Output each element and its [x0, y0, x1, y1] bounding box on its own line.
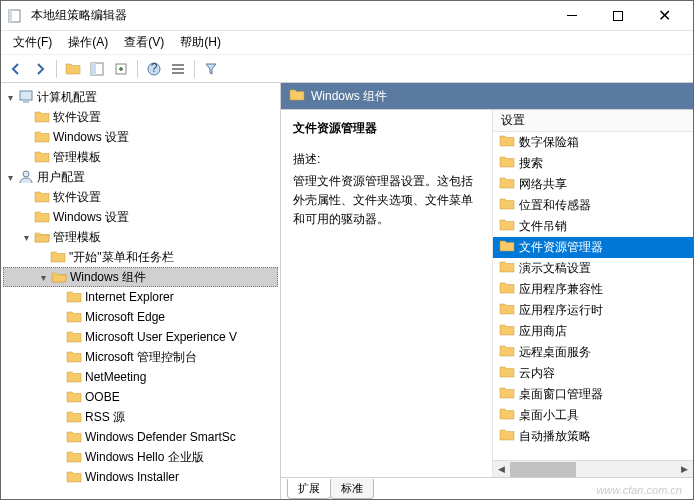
menu-view[interactable]: 查看(V)	[116, 31, 172, 54]
list-item[interactable]: 网络共享	[493, 174, 693, 195]
tree-item-label: Microsoft 管理控制台	[85, 349, 197, 366]
list-item[interactable]: 云内容	[493, 363, 693, 384]
filter-button[interactable]	[200, 58, 222, 80]
horizontal-scrollbar[interactable]: ◀ ▶	[493, 460, 693, 477]
close-button[interactable]: ✕	[641, 1, 687, 31]
tree-item-label: Microsoft Edge	[85, 310, 165, 324]
list-item-label: 桌面小工具	[519, 407, 579, 424]
folder-icon	[17, 89, 35, 105]
list-item[interactable]: 搜索	[493, 153, 693, 174]
folder-icon	[499, 385, 515, 404]
tree-item-whe[interactable]: ·Windows Hello 企业版	[3, 447, 278, 467]
list-item[interactable]: 数字保险箱	[493, 132, 693, 153]
scroll-thumb[interactable]	[510, 462, 576, 477]
tree-item-win[interactable]: ·Windows 设置	[3, 207, 278, 227]
list-item[interactable]: 桌面窗口管理器	[493, 384, 693, 405]
tree-item-user[interactable]: ▾用户配置	[3, 167, 278, 187]
details-header-title: Windows 组件	[311, 88, 387, 105]
folder-icon	[499, 322, 515, 341]
tree-item-rss[interactable]: ·RSS 源	[3, 407, 278, 427]
settings-list[interactable]: 数字保险箱搜索网络共享位置和传感器文件吊销文件资源管理器演示文稿设置应用程序兼容…	[493, 132, 693, 460]
scroll-right-button[interactable]: ▶	[676, 461, 693, 478]
titlebar[interactable]: 本地组策略编辑器 ✕	[1, 1, 693, 31]
folder-icon	[65, 429, 83, 445]
tree-item-wincomp[interactable]: ▾Windows 组件	[3, 267, 278, 287]
folder-icon	[499, 238, 515, 257]
folder-icon	[65, 449, 83, 465]
list-item[interactable]: 位置和传感器	[493, 195, 693, 216]
folder-icon	[499, 406, 515, 425]
tree-item-admin[interactable]: ▾管理模板	[3, 227, 278, 247]
tree-item-pc[interactable]: ▾计算机配置	[3, 87, 278, 107]
folder-icon	[50, 269, 68, 285]
scroll-track[interactable]	[510, 461, 676, 478]
export-button[interactable]	[110, 58, 132, 80]
properties-button[interactable]	[167, 58, 189, 80]
tree-item-win[interactable]: ·Windows 设置	[3, 127, 278, 147]
show-pane-button[interactable]	[86, 58, 108, 80]
tree-item-oobe[interactable]: ·OOBE	[3, 387, 278, 407]
tab-extended[interactable]: 扩展	[287, 479, 331, 499]
list-item[interactable]: 文件资源管理器	[493, 237, 693, 258]
list-item-label: 文件吊销	[519, 218, 567, 235]
list-column-header[interactable]: 设置	[493, 110, 693, 132]
help-button[interactable]	[143, 58, 165, 80]
list-item[interactable]: 自动播放策略	[493, 426, 693, 447]
tree-pane[interactable]: ▾计算机配置·软件设置·Windows 设置·管理模板▾用户配置·软件设置·Wi…	[1, 83, 281, 499]
minimize-icon	[567, 15, 577, 16]
content-area: ▾计算机配置·软件设置·Windows 设置·管理模板▾用户配置·软件设置·Wi…	[1, 83, 693, 499]
folder-icon	[49, 249, 67, 265]
list-item[interactable]: 应用商店	[493, 321, 693, 342]
tree-item-start[interactable]: ·"开始"菜单和任务栏	[3, 247, 278, 267]
tree-item-ie[interactable]: ·Internet Explorer	[3, 287, 278, 307]
tree-item-label: Windows Defender SmartSc	[85, 430, 236, 444]
scroll-left-button[interactable]: ◀	[493, 461, 510, 478]
tree-item-soft[interactable]: ·软件设置	[3, 107, 278, 127]
tree-item-admin[interactable]: ·管理模板	[3, 147, 278, 167]
maximize-button[interactable]	[595, 1, 641, 31]
tree-item-mue[interactable]: ·Microsoft User Experience V	[3, 327, 278, 347]
list-item[interactable]: 桌面小工具	[493, 405, 693, 426]
folder-icon	[499, 343, 515, 362]
collapse-icon[interactable]: ▾	[3, 92, 17, 103]
toolbar-separator	[56, 60, 57, 78]
tree-item-winst[interactable]: ·Windows Installer	[3, 467, 278, 487]
menu-action[interactable]: 操作(A)	[60, 31, 116, 54]
list-item[interactable]: 演示文稿设置	[493, 258, 693, 279]
folder-icon	[499, 427, 515, 446]
menu-help[interactable]: 帮助(H)	[172, 31, 229, 54]
toolbar-separator	[194, 60, 195, 78]
collapse-icon[interactable]: ▾	[3, 172, 17, 183]
details-header: Windows 组件	[281, 83, 693, 109]
menu-file[interactable]: 文件(F)	[5, 31, 60, 54]
tree-item-soft[interactable]: ·软件设置	[3, 187, 278, 207]
back-button[interactable]	[5, 58, 27, 80]
tree-item-netm[interactable]: ·NetMeeting	[3, 367, 278, 387]
list-item-label: 应用程序运行时	[519, 302, 603, 319]
list-item-label: 自动播放策略	[519, 428, 591, 445]
folder-icon	[499, 133, 515, 152]
folder-icon	[65, 389, 83, 405]
tree-item-wds[interactable]: ·Windows Defender SmartSc	[3, 427, 278, 447]
window-title: 本地组策略编辑器	[31, 7, 549, 24]
list-item[interactable]: 文件吊销	[493, 216, 693, 237]
list-item[interactable]: 远程桌面服务	[493, 342, 693, 363]
collapse-icon[interactable]: ▾	[36, 272, 50, 283]
tree-item-label: 用户配置	[37, 169, 85, 186]
details-body: 文件资源管理器 描述: 管理文件资源管理器设置。这包括外壳属性、文件夹选项、文件…	[281, 109, 693, 477]
maximize-icon	[613, 11, 623, 21]
folder-icon	[65, 309, 83, 325]
minimize-button[interactable]	[549, 1, 595, 31]
collapse-icon[interactable]: ▾	[19, 232, 33, 243]
app-window: 本地组策略编辑器 ✕ 文件(F) 操作(A) 查看(V) 帮助(H) ▾计算机配…	[0, 0, 694, 500]
folder-icon	[33, 109, 51, 125]
tree-item-label: Microsoft User Experience V	[85, 330, 237, 344]
forward-button[interactable]	[29, 58, 51, 80]
tree-item-label: Windows Hello 企业版	[85, 449, 204, 466]
tree-item-edge[interactable]: ·Microsoft Edge	[3, 307, 278, 327]
up-folder-button[interactable]	[62, 58, 84, 80]
tree-item-mmc[interactable]: ·Microsoft 管理控制台	[3, 347, 278, 367]
list-item[interactable]: 应用程序兼容性	[493, 279, 693, 300]
list-item[interactable]: 应用程序运行时	[493, 300, 693, 321]
tab-standard[interactable]: 标准	[330, 479, 374, 499]
